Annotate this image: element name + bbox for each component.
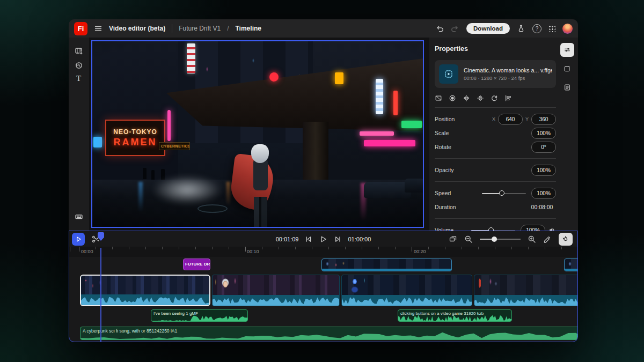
avatar[interactable] <box>562 24 573 34</box>
speed-row: Speed 100% <box>435 186 556 200</box>
rotate-input[interactable]: 0° <box>531 142 556 153</box>
clip-audio-waveform <box>342 295 472 306</box>
x-label: X <box>492 116 495 122</box>
notes-icon <box>564 84 571 91</box>
fit-frame-icon[interactable] <box>435 94 442 102</box>
y-label: Y <box>525 116 529 122</box>
clip-audio-waveform <box>213 295 339 306</box>
video-canvas[interactable]: NEO-TOKYO RAMEN CYBERNETICS <box>91 40 424 228</box>
play-icon[interactable] <box>319 235 328 243</box>
timeline-panel: 00:01:09 01:00:00 00:00 00:10 00:20 00:3… <box>69 231 578 342</box>
sfx-clip-2[interactable]: clicking buttons on a video game 31920 k… <box>398 309 512 322</box>
top-bar: Fi Video editor (beta) Future Drift V1 /… <box>69 19 578 38</box>
duration-value: 00:08:00 <box>528 204 556 210</box>
select-tool-icon <box>75 235 82 243</box>
speed-slider-knob[interactable] <box>499 190 504 196</box>
music-clip[interactable]: A cyberpunk sci fi song, with or 8512422… <box>80 327 578 340</box>
position-row: Position X 640 Y 360 <box>435 112 556 126</box>
position-label: Position <box>435 116 489 122</box>
transport-controls: 00:01:09 01:00:00 <box>276 233 371 246</box>
video-clip-icon <box>444 70 453 78</box>
next-frame-icon[interactable] <box>334 235 342 243</box>
select-tool-button[interactable] <box>72 233 85 246</box>
rotate-label: Rotate <box>435 144 531 150</box>
video-clip-4[interactable] <box>474 275 578 306</box>
align-icon[interactable] <box>504 94 512 102</box>
flip-vertical-icon[interactable] <box>477 94 484 102</box>
redo-icon[interactable] <box>451 24 459 33</box>
scale-input[interactable]: 100% <box>531 128 556 139</box>
keyboard-icon <box>75 212 83 221</box>
clip-thumbnail <box>439 64 458 84</box>
timeline-view-controls <box>449 233 573 246</box>
end-timecode: 01:00:00 <box>348 236 371 242</box>
history-button[interactable] <box>75 61 83 70</box>
zoom-in-icon[interactable] <box>528 235 536 243</box>
scale-row: Scale 100% <box>435 126 556 140</box>
keyboard-shortcuts-button[interactable] <box>75 212 83 221</box>
app-title: Video editor (beta) <box>109 25 165 32</box>
properties-title: Properties <box>435 45 556 53</box>
split-at-playhead-icon[interactable] <box>543 235 552 243</box>
clip-action-row <box>435 94 556 102</box>
clip-audio-waveform <box>474 295 578 306</box>
breadcrumb-page: Timeline <box>236 25 261 32</box>
timeline-ruler[interactable]: 00:00 00:10 00:20 00:30 <box>69 247 577 257</box>
rotate-icon[interactable] <box>491 94 498 102</box>
speed-label: Speed <box>435 190 482 196</box>
opacity-input[interactable]: 100% <box>531 165 556 176</box>
timeline-zoom-slider[interactable] <box>480 236 521 242</box>
previous-frame-icon[interactable] <box>305 235 313 243</box>
sfx-clip-1[interactable]: I've been seeing 1 gMF <box>151 309 248 322</box>
left-toolbar: T <box>69 38 89 231</box>
video-clip-2[interactable] <box>212 275 340 306</box>
firefly-logo[interactable]: Fi <box>74 22 87 35</box>
add-media-button[interactable] <box>75 47 83 55</box>
sliders-icon <box>564 46 571 54</box>
ruler-label: 00:10 <box>247 249 259 254</box>
position-x-input[interactable]: 640 <box>498 114 523 125</box>
auto-arrange-icon[interactable] <box>449 235 457 243</box>
video-clip-3[interactable] <box>341 275 472 306</box>
clip-filmstrip <box>213 275 339 295</box>
scale-label: Scale <box>435 130 531 136</box>
overlay-video-clip[interactable] <box>321 258 452 271</box>
clip-filmstrip <box>474 275 578 295</box>
beta-flask-icon[interactable] <box>517 24 525 33</box>
text-clip[interactable]: FUTURE DRI <box>183 258 210 270</box>
position-y-input[interactable]: 360 <box>531 114 556 125</box>
breadcrumb-project[interactable]: Future Drift V1 <box>179 25 221 32</box>
properties-panel-button[interactable] <box>560 43 574 57</box>
clip-name: Cinematic. A woman looks a... v.ffgenvid <box>464 67 552 73</box>
video-clip-1-selected[interactable] <box>80 275 210 306</box>
speed-input[interactable]: 100% <box>531 188 556 199</box>
rotate-row: Rotate 0° <box>435 140 556 154</box>
timeline-tools <box>72 233 102 246</box>
text-tool[interactable]: T <box>76 74 81 83</box>
duration-row: Duration 00:08:00 <box>435 200 556 214</box>
notes-panel-button[interactable] <box>560 80 574 94</box>
help-icon[interactable]: ? <box>532 24 541 33</box>
hamburger-menu-icon[interactable] <box>94 24 103 33</box>
ruler-label: 00:20 <box>414 249 426 254</box>
mask-icon[interactable] <box>449 94 456 102</box>
speed-slider[interactable] <box>482 190 526 196</box>
zoom-out-icon[interactable] <box>464 235 473 243</box>
clip-info-card[interactable]: Cinematic. A woman looks a... v.ffgenvid… <box>435 60 556 88</box>
snap-toggle-button[interactable] <box>559 233 573 246</box>
ruler-label: 00:00 <box>81 249 93 254</box>
breadcrumb-separator: / <box>227 25 229 32</box>
clip-meta: 00:08 · 1280 × 720 · 24 fps <box>464 75 552 81</box>
firefly-video-editor: Fi Video editor (beta) Future Drift V1 /… <box>0 0 644 362</box>
timeline-zoom-knob[interactable] <box>492 237 497 242</box>
generate-panel-button[interactable] <box>560 62 574 76</box>
right-toolbar <box>559 43 575 94</box>
topbar-divider <box>172 24 172 33</box>
undo-icon[interactable] <box>435 24 444 33</box>
apps-grid-icon[interactable] <box>548 25 555 32</box>
opacity-row: Opacity 100% <box>435 163 556 177</box>
flip-horizontal-icon[interactable] <box>463 94 470 102</box>
download-button[interactable]: Download <box>466 23 510 34</box>
vignette <box>92 41 424 228</box>
overlay-video-clip-2[interactable] <box>564 258 578 271</box>
